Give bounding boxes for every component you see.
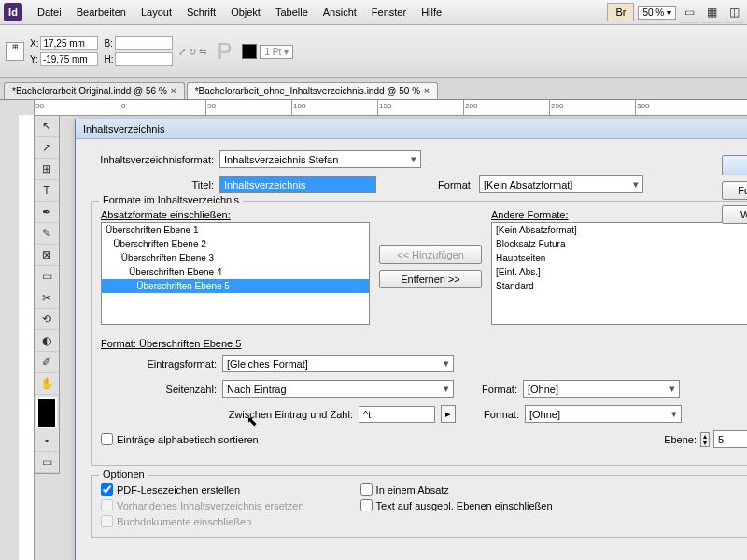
y-input[interactable] bbox=[40, 52, 98, 66]
fill-stroke-icon[interactable] bbox=[36, 397, 57, 428]
list-item[interactable]: [Kein Absatzformat] bbox=[492, 223, 747, 237]
fewer-button[interactable]: Wer bbox=[722, 205, 747, 224]
title-format-label: Format: bbox=[382, 179, 473, 190]
pagenum-label: Seitenzahl: bbox=[101, 384, 217, 395]
remove-button[interactable]: Entfernen >> bbox=[379, 270, 482, 288]
document-tab[interactable]: *Bachelorarbeit Original.indd @ 56 %× bbox=[4, 82, 185, 99]
list-item[interactable]: Überschriften Ebene 4 bbox=[102, 265, 369, 279]
transform-tool-icon[interactable]: ⟲ bbox=[35, 309, 59, 330]
formats-legend: Formate im Inhaltsverzeichnis bbox=[99, 194, 243, 205]
between-input[interactable]: ^t bbox=[359, 406, 435, 423]
single-paragraph-checkbox[interactable]: In einem Absatz bbox=[360, 483, 553, 496]
scissors-tool-icon[interactable]: ✂ bbox=[35, 287, 59, 309]
stroke-weight[interactable]: 1 Pt ▾ bbox=[260, 45, 293, 59]
list-item[interactable]: [Einf. Abs.] bbox=[492, 265, 747, 279]
list-item[interactable]: Blocksatz Futura bbox=[492, 237, 747, 251]
flip-icon[interactable]: ⇋ bbox=[199, 47, 206, 57]
formats-fieldset: Formate im Inhaltsverzeichnis Absatzform… bbox=[91, 201, 747, 466]
menu-ansicht[interactable]: Ansicht bbox=[316, 4, 364, 21]
arrange-icon[interactable]: ◫ bbox=[725, 2, 743, 23]
eyedropper-tool-icon[interactable]: ✐ bbox=[35, 352, 59, 373]
type-tool-icon[interactable]: T bbox=[35, 180, 59, 202]
reference-point-icon[interactable]: ⊞ bbox=[6, 42, 24, 61]
options-legend: Optionen bbox=[99, 469, 148, 480]
bridge-button[interactable]: Br bbox=[607, 3, 634, 21]
h-input[interactable] bbox=[115, 52, 173, 66]
level-spinner[interactable]: ▴▾ bbox=[700, 432, 710, 447]
hand-tool-icon[interactable]: ✋ bbox=[35, 373, 59, 395]
document-tab[interactable]: *Bachelorarbeit_ohne_Inhaltsverzeichnis.… bbox=[187, 82, 438, 99]
menu-objekt[interactable]: Objekt bbox=[223, 4, 268, 21]
include-listbox[interactable]: Überschriften Ebene 1 Überschriften Eben… bbox=[101, 222, 370, 325]
zoom-combo[interactable]: 50 % ▾ bbox=[638, 6, 676, 20]
menu-schrift[interactable]: Schrift bbox=[179, 4, 223, 21]
title-format-combo[interactable]: [Kein Absatzformat] bbox=[479, 175, 643, 193]
pagenum-format-label: Format: bbox=[459, 384, 517, 395]
menubar: Id DateiBearbeitenLayoutSchriftObjektTab… bbox=[0, 0, 747, 25]
view-mode-tool-icon[interactable]: ▭ bbox=[35, 452, 59, 473]
replace-toc-checkbox: Vorhandenes Inhaltsverzeichnis ersetzen bbox=[101, 499, 304, 511]
apply-color-icon[interactable]: ▪ bbox=[35, 430, 59, 452]
selection-tool-icon[interactable]: ↖ bbox=[35, 116, 59, 137]
app-icon: Id bbox=[4, 3, 22, 21]
pdf-bookmarks-checkbox[interactable]: PDF-Lesezeichen erstellen bbox=[101, 483, 304, 496]
close-icon[interactable]: × bbox=[171, 86, 176, 96]
hidden-layers-checkbox[interactable]: Text auf ausgebl. Ebenen einschließen bbox=[360, 499, 553, 511]
title-label: Titel: bbox=[91, 179, 214, 190]
flyout-icon[interactable]: ▸ bbox=[441, 405, 456, 423]
list-item[interactable]: Standard bbox=[492, 279, 747, 293]
menu-hilfe[interactable]: Hilfe bbox=[414, 4, 449, 21]
pagenum-combo[interactable]: Nach Eintrag bbox=[222, 380, 454, 398]
list-item[interactable]: Überschriften Ebene 2 bbox=[102, 237, 369, 251]
level-combo[interactable]: 5 bbox=[713, 430, 747, 448]
direct-select-tool-icon[interactable]: ↗ bbox=[35, 137, 59, 159]
rectangle-tool-icon[interactable]: ▭ bbox=[35, 266, 59, 287]
w-input[interactable] bbox=[115, 36, 173, 50]
between-format-combo[interactable]: [Ohne] bbox=[525, 405, 682, 423]
menu-layout[interactable]: Layout bbox=[134, 4, 179, 21]
pagenum-format-combo[interactable]: [Ohne] bbox=[523, 380, 680, 398]
document-tabs: *Bachelorarbeit Original.indd @ 56 %×*Ba… bbox=[0, 78, 747, 100]
fill-swatch[interactable] bbox=[242, 44, 257, 59]
level-label: Ebene: bbox=[664, 434, 697, 445]
menu-datei[interactable]: Datei bbox=[30, 4, 69, 21]
other-label: Andere Formate: bbox=[491, 209, 747, 220]
ruler-vertical bbox=[19, 115, 35, 560]
transform-icon[interactable]: ⤢ bbox=[178, 47, 186, 57]
toc-format-combo[interactable]: Inhaltsverzeichnis Stefan bbox=[219, 150, 421, 168]
x-input[interactable] bbox=[40, 36, 98, 50]
entry-format-combo[interactable]: [Gleiches Format] bbox=[222, 355, 454, 372]
toc-dialog: Inhaltsverzeichnis Inhaltsverzeichnisfor… bbox=[75, 119, 747, 560]
workspace: 50050100150200250300 ↖ ↗ ⊞ T ✒ ✎ ⊠ ▭ ✂ ⟲… bbox=[0, 100, 747, 560]
pencil-tool-icon[interactable]: ✎ bbox=[35, 223, 59, 245]
page-tool-icon[interactable]: ⊞ bbox=[35, 159, 59, 180]
pen-tool-icon[interactable]: ✒ bbox=[35, 202, 59, 223]
add-button[interactable]: << Hinzufügen bbox=[379, 245, 482, 264]
close-icon[interactable]: × bbox=[424, 86, 430, 96]
menu-tabelle[interactable]: Tabelle bbox=[268, 4, 316, 21]
frame-tool-icon[interactable]: ⊠ bbox=[35, 245, 59, 266]
list-item[interactable]: Überschriften Ebene 3 bbox=[102, 251, 369, 265]
options-fieldset: Optionen PDF-Lesezeichen erstellen Vorha… bbox=[91, 475, 747, 538]
include-label: Absatzformate einschließen: bbox=[101, 209, 370, 220]
view-mode-icon[interactable]: ▭ bbox=[680, 2, 698, 23]
title-input[interactable]: Inhaltsverzeichnis bbox=[219, 176, 376, 193]
menu-bearbeiten[interactable]: Bearbeiten bbox=[69, 4, 134, 21]
menu-fenster[interactable]: Fenster bbox=[364, 4, 414, 21]
control-panel: ⊞ X: Y: B: H: ⤢ ↻ ⇋ P 1 Pt ▾ bbox=[0, 25, 747, 78]
entry-format-label: Eintragsformat: bbox=[101, 358, 217, 370]
between-label: Zwischen Eintrag und Zahl: bbox=[101, 409, 353, 420]
toolbox: ↖ ↗ ⊞ T ✒ ✎ ⊠ ▭ ✂ ⟲ ◐ ✐ ✋ ▪ ▭ bbox=[34, 115, 60, 474]
more-format-button[interactable]: Form bbox=[722, 181, 747, 200]
dialog-title: Inhaltsverzeichnis bbox=[76, 119, 747, 139]
list-item[interactable]: Überschriften Ebene 1 bbox=[102, 223, 369, 237]
screen-mode-icon[interactable]: ▦ bbox=[702, 2, 721, 23]
rotate-icon[interactable]: ↻ bbox=[189, 47, 196, 57]
sort-checkbox[interactable]: Einträge alphabetisch sortieren bbox=[101, 433, 259, 445]
list-item[interactable]: Hauptseiten bbox=[492, 251, 747, 265]
ok-button[interactable] bbox=[722, 155, 747, 175]
gradient-tool-icon[interactable]: ◐ bbox=[35, 330, 59, 352]
list-item[interactable]: Überschriften Ebene 5 bbox=[102, 279, 369, 293]
other-listbox[interactable]: [Kein Absatzformat]Blocksatz FuturaHaupt… bbox=[491, 222, 747, 325]
placeholder-p-icon: P bbox=[217, 38, 232, 64]
